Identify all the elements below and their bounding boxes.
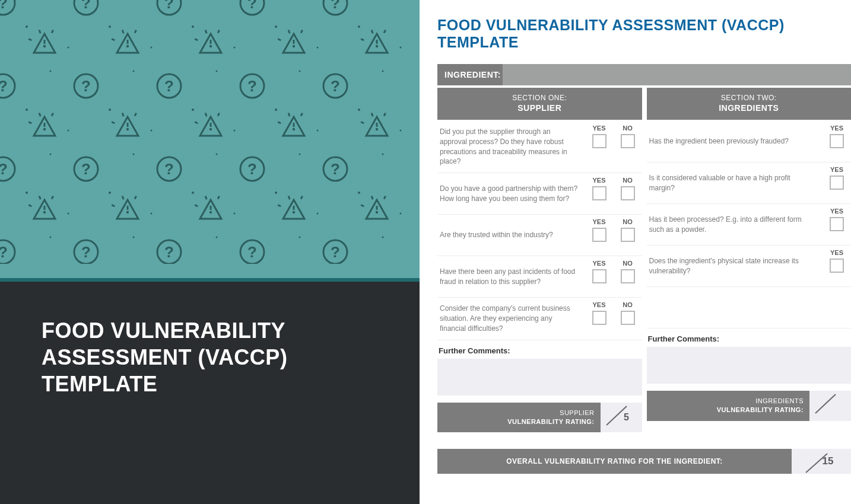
ingredients-rating-strip: INGREDIENTS VULNERABILITY RATING: bbox=[647, 391, 852, 421]
rating-label: SUPPLIER VULNERABILITY RATING: bbox=[437, 403, 601, 433]
question-text: Is it considered valuable or have a high… bbox=[647, 162, 823, 203]
question-text bbox=[647, 287, 852, 328]
table-row: Consider the company's current business … bbox=[437, 298, 642, 340]
table-row bbox=[647, 287, 852, 328]
section-header-line1: SECTION ONE: bbox=[437, 94, 642, 102]
overall-rating-row: OVERALL VULNERABILITY RATING FOR THE ING… bbox=[437, 449, 851, 474]
form-title: FOOD VULNERABILITY ASSESSMENT (VACCP) TE… bbox=[437, 17, 851, 51]
no-col: NO bbox=[614, 121, 642, 173]
overall-rating-label: OVERALL VULNERABILITY RATING FOR THE ING… bbox=[437, 449, 792, 474]
comments-input[interactable] bbox=[437, 359, 642, 395]
rating-input[interactable] bbox=[809, 391, 851, 421]
question-text: Did you put the supplier through an appr… bbox=[437, 121, 585, 173]
section-header-line2: SUPPLIER bbox=[437, 103, 642, 113]
ingredient-label: INGREDIENT: bbox=[437, 64, 503, 85]
checkbox-yes[interactable] bbox=[592, 269, 607, 283]
yes-col: YES bbox=[585, 121, 614, 173]
table-row: Has it been processed? E.g. into a diffe… bbox=[647, 204, 852, 245]
svg-line-14 bbox=[815, 394, 836, 413]
section-ingredients: SECTION TWO: INGREDIENTS Has the ingredi… bbox=[647, 88, 852, 432]
svg-rect-11 bbox=[0, 0, 402, 264]
rating-input[interactable]: 5 bbox=[601, 403, 642, 433]
section-supplier: SECTION ONE: SUPPLIER Did you put the su… bbox=[437, 88, 642, 432]
further-comments-label: Further Comments: bbox=[437, 340, 642, 359]
checkbox-no[interactable] bbox=[621, 311, 635, 325]
question-text: Are they trusted within the industry? bbox=[437, 215, 585, 256]
svg-line-15 bbox=[806, 454, 827, 473]
table-row: Have there been any past incidents of fo… bbox=[437, 256, 642, 298]
checkbox-yes[interactable] bbox=[592, 186, 607, 200]
question-text: Do you have a good partnership with them… bbox=[437, 173, 585, 214]
question-text: Does the ingredient's physical state inc… bbox=[647, 245, 823, 286]
table-row: Are they trusted within the industry? YE… bbox=[437, 215, 642, 256]
table-row: Do you have a good partnership with them… bbox=[437, 173, 642, 215]
ingredient-row: INGREDIENT: bbox=[437, 64, 851, 85]
comments-input[interactable] bbox=[647, 347, 852, 384]
rating-label: INGREDIENTS VULNERABILITY RATING: bbox=[647, 391, 810, 421]
checkbox-yes[interactable] bbox=[830, 134, 844, 148]
ingredient-input[interactable] bbox=[503, 64, 851, 85]
question-text: Have there been any past incidents of fo… bbox=[437, 256, 585, 297]
supplier-rating-strip: SUPPLIER VULNERABILITY RATING: 5 bbox=[437, 403, 642, 433]
table-row: Has the ingredient been previously fraud… bbox=[647, 121, 852, 162]
checkbox-yes[interactable] bbox=[592, 228, 607, 242]
table-row: Does the ingredient's physical state inc… bbox=[647, 245, 852, 287]
table-row: Is it considered valuable or have a high… bbox=[647, 162, 852, 204]
section-supplier-header: SECTION ONE: SUPPLIER bbox=[437, 88, 642, 120]
checkbox-yes[interactable] bbox=[592, 134, 607, 148]
checkbox-no[interactable] bbox=[621, 186, 635, 200]
checkbox-yes[interactable] bbox=[830, 259, 844, 273]
checkbox-yes[interactable] bbox=[830, 176, 844, 190]
cover-pattern: ? bbox=[0, 0, 420, 282]
checkbox-no[interactable] bbox=[621, 228, 635, 242]
checkbox-no[interactable] bbox=[621, 269, 635, 283]
sections-container: SECTION ONE: SUPPLIER Did you put the su… bbox=[437, 88, 851, 432]
overall-rating-input[interactable]: 15 bbox=[792, 449, 851, 474]
checkbox-yes[interactable] bbox=[830, 217, 844, 231]
section-ingredients-header: SECTION TWO: INGREDIENTS bbox=[647, 88, 852, 120]
svg-line-13 bbox=[607, 406, 627, 425]
cover-title: FOOD VULNERABILITY ASSESSMENT (VACCP) TE… bbox=[42, 317, 378, 397]
further-comments-label: Further Comments: bbox=[647, 328, 852, 347]
table-row: Did you put the supplier through an appr… bbox=[437, 121, 642, 173]
svg-rect-12 bbox=[0, 278, 420, 282]
cover-title-area: FOOD VULNERABILITY ASSESSMENT (VACCP) TE… bbox=[0, 282, 420, 504]
checkbox-yes[interactable] bbox=[592, 311, 607, 325]
cover-panel: ? FOOD VULNERABILITY ASSESSMENT (VACC bbox=[0, 0, 420, 504]
form-panel: FOOD VULNERABILITY ASSESSMENT (VACCP) TE… bbox=[420, 0, 851, 504]
question-text: Has the ingredient been previously fraud… bbox=[647, 121, 823, 162]
question-text: Consider the company's current business … bbox=[437, 298, 585, 339]
question-text: Has it been processed? E.g. into a diffe… bbox=[647, 204, 823, 245]
checkbox-no[interactable] bbox=[621, 134, 635, 148]
